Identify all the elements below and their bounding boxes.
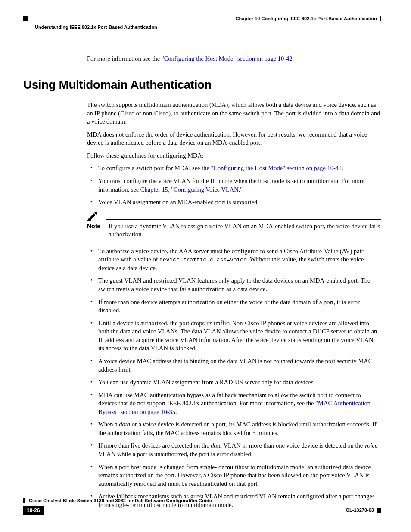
page-number: 10-26 [23,506,44,515]
code-text: device-traffic-class=voice [159,257,247,263]
section-heading: Using Multidomain Authentication [23,77,381,93]
italic-term: data [119,421,130,428]
bullet-text: VLAN or more than one voice device is de… [222,442,364,449]
header-rule [225,22,381,22]
bullet-text: . [175,408,177,415]
host-mode-link[interactable]: "Configuring the Host Mode" section on p… [211,165,343,171]
italic-term: data [211,442,222,449]
chapter-title: Chapter 10 Configuring IEEE 802.1x Port-… [236,16,377,22]
body: For more information see the "Configurin… [87,55,381,510]
bullet-item: The guest VLAN and restricted VLAN featu… [87,277,381,293]
bullet-text: When a [98,421,119,428]
bullet-item: To configure a switch port for MDA, see … [87,164,381,173]
intro-link[interactable]: "Configuring the Host Mode" section on p… [162,55,294,62]
bullet-item: When a data or a voice device is detecte… [87,420,381,437]
voice-vlan-link[interactable]: Chapter 15, "Configuring Voice VLAN." [140,186,243,193]
bullet-list-1: To configure a switch port for MDA, see … [87,164,381,206]
bullet-item: You must configure the voice VLAN for th… [87,177,381,194]
para-2: MDA does not enforce the order of device… [87,131,381,147]
bullet-text: VLAN while a port is unauthorized, the p… [98,451,252,457]
footer-square-icon [377,508,381,513]
para-1: The switch supports multidomain authenti… [87,101,381,126]
bullet-item: MDA can use MAC authentication bypass as… [87,391,381,417]
italic-term: voice [364,442,378,449]
note-block: Note If you use a dynamic VLAN to assign… [87,211,381,242]
header-square-icon [23,16,28,21]
bullet-item: Voice VLAN assignment on an MDA-enabled … [87,198,381,207]
intro-text: For more information see the [87,55,162,62]
para-3: Follow these guidelines for configuring … [87,152,381,160]
page: Chapter 10 Configuring IEEE 802.1x Port-… [0,0,411,532]
bullet-text: To configure a switch port for MDA, see … [98,165,211,171]
bullet-text: If more than five devices are detected o… [98,442,211,449]
running-header: Chapter 10 Configuring IEEE 802.1x Port-… [23,16,381,22]
bullet-list-2: To authorize a voice device, the AAA ser… [87,247,381,510]
footer-bar-icon [23,498,25,503]
page-footer: Cisco Catalyst Blade Switch 3130 and 303… [23,498,381,515]
bullet-item: Until a device is authorized, the port d… [87,319,381,353]
bullet-item: If more than one device attempts authori… [87,298,381,315]
note-label: Note [87,222,103,239]
bullet-item: A voice device MAC address that is bindi… [87,357,381,374]
bullet-item: If more than five devices are detected o… [87,442,381,458]
italic-term: voice [143,421,156,428]
document-id: OL-13270-03 [346,507,374,513]
pencil-icon [87,211,98,221]
note-text: If you use a dynamic VLAN to assign a vo… [109,222,381,239]
guide-title: Cisco Catalyst Blade Switch 3130 and 303… [29,498,381,504]
section-title: Understanding IEEE 802.1x Port-Based Aut… [35,24,381,31]
bullet-text: or a [130,421,143,428]
note-rule-top [106,219,381,220]
svg-rect-0 [87,220,91,221]
bullet-item: You can use dynamic VLAN assignment from… [87,378,381,387]
bullet-item: When a port host mode is changed from si… [87,463,381,488]
header-rule-2 [23,31,170,31]
footer-rule [23,505,381,505]
bullet-item: To authorize a voice device, the AAA ser… [87,247,381,273]
intro-para: For more information see the "Configurin… [87,55,381,63]
header-bar-icon [380,16,381,21]
